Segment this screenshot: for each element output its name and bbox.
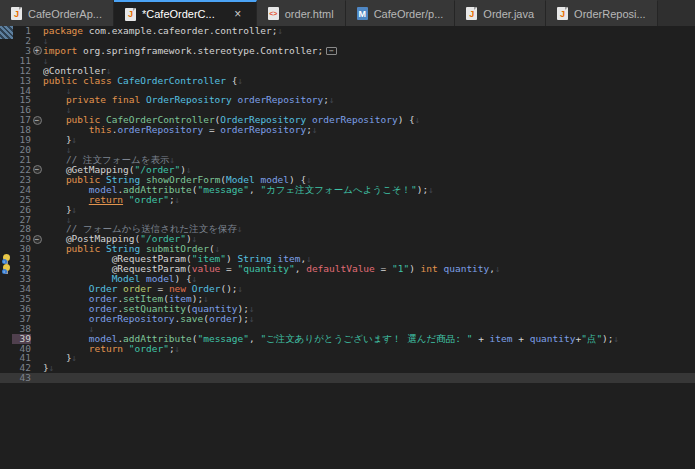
code-text: public CafeOrderController(OrderReposito… <box>43 115 695 125</box>
eol-marker: ↓ <box>89 324 95 334</box>
eol-marker: ↓ <box>238 284 244 294</box>
code-line[interactable]: 2↓ <box>0 36 695 46</box>
editor-tab[interactable]: <>order.html <box>257 0 346 26</box>
code-text: ↓ <box>43 86 695 96</box>
code-line[interactable]: 22− @GetMapping("/order")↓ <box>0 165 695 175</box>
code-line[interactable]: 19 }↓ <box>0 135 695 145</box>
fold-column: − <box>31 165 43 174</box>
code-text: order.setItem(item);↓ <box>43 294 695 304</box>
tab-label: OrderReposi... <box>574 8 646 20</box>
eol-marker: ↓ <box>72 135 78 145</box>
code-line[interactable]: 34 Order order = new Order();↓ <box>0 284 695 294</box>
code-line[interactable]: 42}↓ <box>0 363 695 373</box>
code-line[interactable]: 27 ↓ <box>0 215 695 225</box>
code-line[interactable]: 43 <box>0 373 695 383</box>
code-text: // 注文フォームを表示↓ <box>43 155 695 165</box>
code-line[interactable]: 38 ↓ <box>0 324 695 334</box>
code-line[interactable]: i32 @RequestParam(value = "quantity", de… <box>0 264 695 274</box>
editor-tab[interactable]: MCafeOrder/p... <box>346 0 456 26</box>
code-line[interactable]: 36 order.setQuantity(quantity);↓ <box>0 304 695 314</box>
editor-tab[interactable]: JOrderReposi... <box>546 0 658 26</box>
code-text: orderRepository.save(order);↓ <box>43 314 695 324</box>
eol-marker: ↓ <box>215 244 221 254</box>
eol-marker: ↓ <box>495 264 501 274</box>
code-line[interactable]: 28 // フォームから送信された注文を保存↓ <box>0 224 695 234</box>
code-text: Model model) {↓ <box>43 274 695 284</box>
code-line[interactable]: 18 this.orderRepository = orderRepositor… <box>0 125 695 135</box>
code-line[interactable]: 17− public CafeOrderController(OrderRepo… <box>0 115 695 125</box>
code-line[interactable]: 1package com.example.cafeorder.controlle… <box>0 26 695 36</box>
java-file-icon: J <box>11 7 22 20</box>
fold-collapse-icon[interactable]: − <box>33 116 42 125</box>
code-text: ↓ <box>43 215 695 225</box>
fold-collapse-icon[interactable]: − <box>33 165 42 174</box>
code-line[interactable]: 37 orderRepository.save(order);↓ <box>0 314 695 324</box>
code-line[interactable]: 3+import org.springframework.stereotype.… <box>0 46 695 56</box>
code-text: }↓ <box>43 135 695 145</box>
code-line[interactable]: 23 public String showOrderForm(Model mod… <box>0 175 695 185</box>
eol-marker: ↓ <box>428 185 434 195</box>
code-line[interactable]: 26 }↓ <box>0 205 695 215</box>
code-line[interactable]: 24 model.addAttribute("message", "カフェ注文フ… <box>0 185 695 195</box>
eol-marker: ↓ <box>66 105 72 115</box>
code-line[interactable]: 40 return "order";↓ <box>0 344 695 354</box>
close-icon[interactable]: × <box>231 8 245 20</box>
eol-marker: ↓ <box>306 254 312 264</box>
code-line[interactable]: 16 ↓ <box>0 105 695 115</box>
editor-tab[interactable]: JCafeOrderAp... <box>0 0 114 26</box>
fold-column: − <box>31 116 43 125</box>
editor-tab[interactable]: JOrder.java <box>455 0 546 26</box>
code-line[interactable]: 14 ↓ <box>0 86 695 96</box>
code-text: Order order = new Order();↓ <box>43 284 695 294</box>
code-text: public String submitOrder(↓ <box>43 244 695 254</box>
code-line[interactable]: 13public class CafeOrderController {↓ <box>0 76 695 86</box>
code-line[interactable]: 35 order.setItem(item);↓ <box>0 294 695 304</box>
code-text: }↓ <box>43 363 695 373</box>
code-text: private final OrderRepository orderRepos… <box>43 95 695 105</box>
code-line[interactable]: 29− @PostMapping("/order")↓ <box>0 234 695 244</box>
tab-label: order.html <box>285 8 334 20</box>
eol-marker: ↓ <box>203 294 209 304</box>
editor-tab[interactable]: J*CafeOrderC...× <box>114 0 257 26</box>
java-file-icon: J <box>125 8 136 21</box>
eol-marker: ↓ <box>72 205 78 215</box>
code-line[interactable]: 15 private final OrderRepository orderRe… <box>0 95 695 105</box>
code-text: return "order";↓ <box>43 344 695 354</box>
code-text: @PostMapping("/order")↓ <box>43 234 695 244</box>
quickfix-bulb-icon[interactable]: i <box>0 264 12 274</box>
eol-marker: ↓ <box>329 95 335 105</box>
code-text: @GetMapping("/order")↓ <box>43 165 695 175</box>
code-text: }↓ <box>43 205 695 215</box>
code-line[interactable]: i31 @RequestParam("item") String item,↓ <box>0 254 695 264</box>
code-text: }↓ <box>43 353 695 363</box>
eol-marker: ↓ <box>192 234 198 244</box>
code-text: order.setQuantity(quantity);↓ <box>43 304 695 314</box>
code-line[interactable]: 33 Model model) {↓ <box>0 274 695 284</box>
code-text: model.addAttribute("message", "ご注文ありがとうご… <box>43 334 695 344</box>
code-editor[interactable]: 1package com.example.cafeorder.controlle… <box>0 26 695 469</box>
eol-marker: ↓ <box>312 125 318 135</box>
eol-marker: ↓ <box>614 334 620 344</box>
code-text: // フォームから送信された注文を保存↓ <box>43 224 695 234</box>
fold-expand-icon[interactable]: + <box>33 46 42 55</box>
fold-column: + <box>31 46 43 55</box>
code-line[interactable]: 21 // 注文フォームを表示↓ <box>0 155 695 165</box>
code-text: @Controller↓ <box>43 66 695 76</box>
code-line[interactable]: 39 model.addAttribute("message", "ご注文ありが… <box>0 334 695 344</box>
code-line[interactable]: 41 }↓ <box>0 353 695 363</box>
code-line[interactable]: 20 ↓ <box>0 145 695 155</box>
code-text: package com.example.cafeorder.controller… <box>43 26 695 36</box>
fold-collapse-icon[interactable]: − <box>33 235 42 244</box>
code-line[interactable]: 30 public String submitOrder(↓ <box>0 244 695 254</box>
code-line[interactable]: 25 return "order";↓ <box>0 195 695 205</box>
eol-marker: ↓ <box>106 66 112 76</box>
folded-imports-box[interactable]: ⋯ <box>326 47 336 55</box>
eol-marker: ↓ <box>249 304 255 314</box>
eol-marker: ↓ <box>66 215 72 225</box>
code-line[interactable]: 12@Controller↓ <box>0 66 695 76</box>
eol-marker: ↓ <box>249 314 255 324</box>
eol-marker: ↓ <box>175 344 181 354</box>
quickfix-bulb-icon[interactable]: i <box>0 254 12 264</box>
eol-marker: ↓ <box>66 86 72 96</box>
code-line[interactable]: 11↓ <box>0 56 695 66</box>
